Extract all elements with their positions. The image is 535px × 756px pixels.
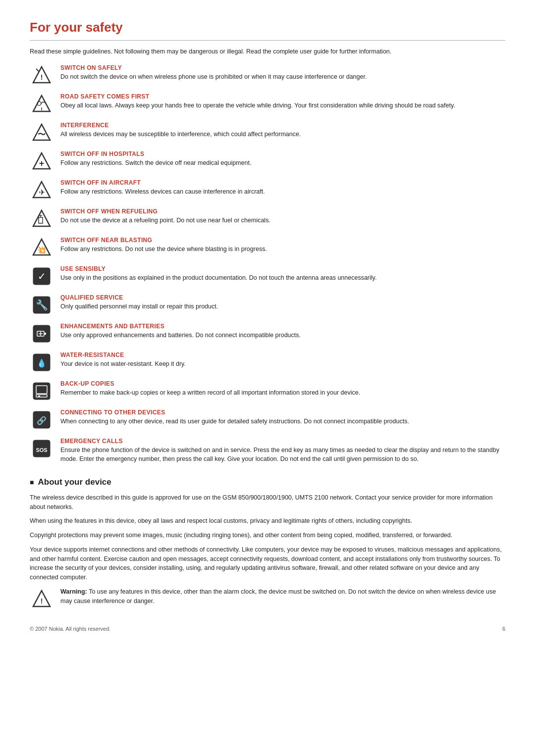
switch-on-icon: ! (30, 63, 54, 87)
emergency-content: Emergency calls Ensure the phone functio… (60, 437, 505, 463)
switch-on-safely-content: Switch on safely Do not switch the devic… (60, 63, 505, 81)
emergency-icon: SOS (30, 437, 54, 460)
emergency-title: Emergency calls (60, 438, 505, 445)
list-item: Switch off when refueling Do not use the… (30, 207, 505, 231)
page-title: For your safety (30, 20, 505, 35)
svg-text:SOS: SOS (36, 447, 47, 453)
road-safety-title: Road safety comes first (60, 93, 505, 100)
svg-text:✈: ✈ (39, 188, 45, 197)
blasting-content: Switch off near blasting Follow any rest… (60, 236, 505, 253)
list-item: 🔧 Qualified service Only qualified perso… (30, 293, 505, 317)
interference-content: Interference All wireless devices may be… (60, 121, 505, 139)
hospital-desc: Follow any restrictions. Switch the devi… (60, 158, 505, 167)
blasting-desc: Follow any restrictions. Do not use the … (60, 245, 505, 253)
enhancements-content: Enhancements and batteries Use only appr… (60, 322, 505, 340)
svg-text:💧: 💧 (37, 358, 47, 368)
use-sensibly-desc: Use only in the positions as explained i… (60, 273, 505, 282)
list-item: 💧 Water-resistance Your device is not wa… (30, 351, 505, 374)
backup-desc: Remember to make back-up copies or keep … (60, 388, 505, 397)
svg-text:+: + (39, 158, 45, 168)
use-sensibly-content: Use sensibly Use only in the positions a… (60, 264, 505, 282)
warning-label: Warning: (60, 588, 89, 595)
list-item: ! Switch on safely Do not switch the dev… (30, 63, 505, 87)
refueling-content: Switch off when refueling Do not use the… (60, 207, 505, 225)
svg-text:!: ! (41, 597, 43, 605)
interference-desc: All wireless devices may be susceptible … (60, 130, 505, 139)
footer-page-number: 6 (502, 626, 505, 632)
road-safety-content: Road safety comes first Obey all local l… (60, 92, 505, 110)
list-item: SOS Emergency calls Ensure the phone fun… (30, 437, 505, 463)
road-safety-desc: Obey all local laws. Always keep your ha… (60, 101, 505, 110)
svg-text:!: ! (41, 73, 43, 81)
qualified-service-content: Qualified service Only qualified personn… (60, 293, 505, 311)
svg-rect-24 (44, 333, 46, 335)
water-content: Water-resistance Your device is not wate… (60, 351, 505, 368)
list-item: ✓ Use sensibly Use only in the positions… (30, 264, 505, 288)
about-section: About your device The wireless device de… (30, 477, 505, 611)
service-icon: 🔧 (30, 293, 54, 317)
connecting-content: Connecting to other devices When connect… (60, 408, 505, 426)
svg-text:🔗: 🔗 (37, 416, 47, 425)
about-para-2: When using the features in this device, … (30, 516, 505, 526)
aircraft-desc: Follow any restrictions. Wireless device… (60, 187, 505, 196)
refueling-desc: Do not use the device at a refueling poi… (60, 216, 505, 225)
svg-text:💥: 💥 (38, 246, 47, 254)
svg-text:🔧: 🔧 (36, 299, 48, 311)
list-item: Road safety comes first Obey all local l… (30, 92, 505, 116)
warning-text: Warning: To use any features in this dev… (60, 587, 505, 606)
switch-on-safely-title: Switch on safely (60, 64, 505, 71)
list-item: Back-up copies Remember to make back-up … (30, 379, 505, 403)
water-title: Water-resistance (60, 352, 505, 358)
hospital-title: Switch off in hospitals (60, 151, 505, 157)
qualified-service-desc: Only qualified personnel may install or … (60, 302, 505, 311)
backup-content: Back-up copies Remember to make back-up … (60, 379, 505, 397)
warning-desc: To use any features in this device, othe… (60, 588, 496, 605)
hospital-icon: + (30, 150, 54, 173)
list-item: ✈ Switch off in aircraft Follow any rest… (30, 178, 505, 202)
backup-icon (30, 379, 54, 403)
blasting-title: Switch off near blasting (60, 237, 505, 244)
list-item: 💥 Switch off near blasting Follow any re… (30, 236, 505, 259)
connecting-desc: When connecting to any other device, rea… (60, 417, 505, 426)
list-item: 〜 Interference All wireless devices may … (30, 121, 505, 145)
connecting-icon: 🔗 (30, 408, 54, 432)
aircraft-title: Switch off in aircraft (60, 179, 505, 186)
emergency-desc: Ensure the phone function of the device … (60, 446, 505, 463)
water-icon: 💧 (30, 351, 54, 374)
refueling-icon (30, 207, 54, 231)
blasting-icon: 💥 (30, 236, 54, 259)
list-item: 🔗 Connecting to other devices When conne… (30, 408, 505, 432)
list-item: Enhancements and batteries Use only appr… (30, 322, 505, 346)
about-para-4: Your device supports internet connection… (30, 545, 505, 582)
interference-title: Interference (60, 122, 505, 129)
hospital-content: Switch off in hospitals Follow any restr… (60, 150, 505, 167)
backup-title: Back-up copies (60, 380, 505, 387)
svg-marker-12 (33, 210, 50, 226)
road-safety-icon (30, 92, 54, 116)
list-item: + Switch off in hospitals Follow any res… (30, 150, 505, 173)
aircraft-content: Switch off in aircraft Follow any restri… (60, 178, 505, 196)
safety-list: ! Switch on safely Do not switch the dev… (30, 63, 505, 463)
use-sensibly-title: Use sensibly (60, 265, 505, 272)
qualified-service-title: Qualified service (60, 294, 505, 301)
svg-rect-32 (38, 396, 40, 397)
about-title: About your device (30, 477, 505, 487)
battery-icon (30, 322, 54, 346)
interference-icon: 〜 (30, 121, 54, 145)
footer-copyright: © 2007 Nokia. All rights reserved. (30, 626, 110, 632)
water-desc: Your device is not water-resistant. Keep… (60, 359, 505, 368)
title-divider (30, 40, 505, 41)
footer: © 2007 Nokia. All rights reserved. 6 (30, 626, 505, 632)
switch-on-safely-desc: Do not switch the device on when wireles… (60, 72, 505, 81)
about-para-1: The wireless device described in this gu… (30, 493, 505, 512)
about-para-3: Copyright protections may prevent some i… (30, 531, 505, 540)
sensibly-icon: ✓ (30, 264, 54, 288)
connecting-title: Connecting to other devices (60, 409, 505, 416)
svg-rect-13 (39, 217, 43, 223)
svg-text:✓: ✓ (38, 271, 46, 282)
intro-text: Read these simple guidelines. Not follow… (30, 48, 505, 56)
warning-block: ! Warning: To use any features in this d… (30, 587, 505, 611)
enhancements-title: Enhancements and batteries (60, 323, 505, 330)
about-paragraphs: The wireless device described in this gu… (30, 493, 505, 582)
aircraft-icon: ✈ (30, 178, 54, 202)
